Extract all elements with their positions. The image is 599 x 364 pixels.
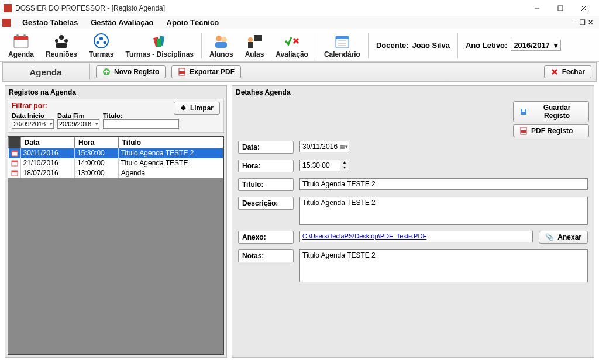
docente-label: Docente: <box>376 41 409 50</box>
toolbar-divider <box>368 33 369 58</box>
table-row[interactable]: 21/10/2016 14:00:00 Titulo Agenda TESTE <box>9 158 223 168</box>
toolbar-reunioes[interactable]: Reuniões <box>41 31 82 60</box>
meeting-icon <box>53 32 70 50</box>
svg-rect-18 <box>157 39 161 47</box>
toolbar-aulas[interactable]: Aulas <box>240 31 269 60</box>
toolbar-divider <box>201 33 202 58</box>
exportar-pdf-button[interactable]: Exportar PDF <box>171 65 241 78</box>
toolbar-divider <box>316 33 316 58</box>
menu-gestao-tabelas[interactable]: Gestão Tabelas <box>20 17 80 28</box>
pdf-registo-button[interactable]: PDF Registo <box>513 124 589 137</box>
docente-value: João Silva <box>412 41 450 50</box>
toolbar-turmas-disciplinas[interactable]: Turmas - Disciplinas <box>121 31 198 60</box>
table-row[interactable]: 30/11/2016 15:30:00 Titulo Agenda TESTE … <box>9 148 223 158</box>
fechar-button[interactable]: Fechar <box>544 65 591 78</box>
svg-rect-22 <box>254 35 262 41</box>
svg-rect-32 <box>179 71 185 74</box>
grid-col-hora[interactable]: Hora <box>75 137 119 148</box>
svg-rect-21 <box>215 42 227 48</box>
mdi-window-controls: – ❐ ✕ <box>574 19 597 26</box>
svg-point-14 <box>97 41 99 44</box>
teacher-icon <box>246 32 263 50</box>
grid-icon-header <box>9 137 21 148</box>
row-icon <box>9 148 21 158</box>
notas-label: Notas: <box>238 249 294 262</box>
titulo-label: Titulo: <box>238 178 294 191</box>
calendar2-icon <box>333 32 351 50</box>
toolbar-turmas[interactable]: Turmas <box>84 31 118 60</box>
cell-data: 21/10/2016 <box>20 158 75 168</box>
agenda-grid: Data Hora Titulo 30/11/2016 15:30:00 Tit… <box>8 136 224 355</box>
descricao-input[interactable] <box>300 197 588 225</box>
svg-rect-24 <box>248 42 253 48</box>
grid-col-titulo[interactable]: Titulo <box>118 137 223 148</box>
close-button[interactable] <box>572 1 595 16</box>
svg-rect-26 <box>336 36 349 39</box>
registos-header: Registos na Agenda <box>5 86 226 99</box>
data-fim-label: Data Fim <box>57 112 99 119</box>
spin-down-icon[interactable]: ▼ <box>340 165 349 171</box>
anexar-button[interactable]: 📎 Anexar <box>539 231 588 244</box>
data-fim-input[interactable] <box>57 119 99 129</box>
svg-rect-1 <box>558 6 563 11</box>
save-icon <box>519 108 528 116</box>
svg-point-13 <box>99 37 103 40</box>
mdi-close-icon[interactable]: ✕ <box>588 19 593 26</box>
page-title: Agenda <box>8 67 84 77</box>
table-row[interactable]: 18/07/2016 13:00:00 Agenda <box>9 168 223 178</box>
app-icon <box>4 4 12 12</box>
svg-rect-11 <box>56 43 67 48</box>
minimize-button[interactable] <box>525 1 549 16</box>
main-toolbar: Agenda Reuniões Turmas Turmas - Discipli… <box>0 29 599 62</box>
svg-point-8 <box>59 35 64 40</box>
menubar: Gestão Tabelas Gestão Avaliação Apoio Té… <box>0 16 599 29</box>
ano-select[interactable]: 2016/2017 ▾ <box>511 40 561 51</box>
hora-input[interactable] <box>300 160 340 171</box>
mdi-minimize-icon[interactable]: – <box>574 19 577 26</box>
pdf-icon <box>178 68 186 76</box>
data-input[interactable] <box>300 141 349 152</box>
spin-up-icon[interactable]: ▲ <box>340 160 349 165</box>
grid-col-data[interactable]: Data <box>20 137 75 148</box>
menu-gestao-avaliacao[interactable]: Gestão Avaliação <box>88 17 156 28</box>
attachment-icon: 📎 <box>545 233 554 241</box>
filter-box: Filtrar por: ❖ Limpar Data Inicio ▾ Data… <box>8 99 224 133</box>
mdi-restore-icon[interactable]: ❐ <box>580 19 586 26</box>
anexo-path[interactable]: C:\Users\TeclaPS\Desktop\PDF_Teste.PDF <box>300 231 533 242</box>
toolbar-alunos[interactable]: Alunos <box>205 31 238 60</box>
novo-registo-button[interactable]: Novo Registo <box>96 65 166 78</box>
cell-hora: 13:00:00 <box>75 168 119 178</box>
ano-letivo-info: Ano Letivo: 2016/2017 ▾ <box>461 40 566 51</box>
window-title: DOSSIER DO PROFESSOR - [Registo Agenda] <box>15 4 525 12</box>
svg-point-19 <box>216 36 222 41</box>
menu-apoio-tecnico[interactable]: Apoio Técnico <box>164 17 222 28</box>
cell-titulo: Titulo Agenda TESTE 2 <box>118 148 223 158</box>
detalhes-header: Detahes Agenda <box>232 86 594 99</box>
svg-point-23 <box>248 37 253 42</box>
toolbar-avaliacao[interactable]: Avaliação <box>271 31 313 60</box>
cell-data: 30/11/2016 <box>20 148 75 158</box>
toolbar-calendario[interactable]: Calendário <box>319 31 365 60</box>
titulo-filter-input[interactable] <box>103 119 179 129</box>
svg-rect-34 <box>12 151 18 152</box>
close-icon <box>550 68 559 76</box>
cell-hora: 14:00:00 <box>75 158 119 168</box>
anexo-label: Anexo: <box>238 231 294 244</box>
data-inicio-label: Data Inicio <box>12 112 54 119</box>
data-label: Data: <box>238 141 294 154</box>
app-icon-small <box>2 19 11 27</box>
pdf-icon <box>519 127 528 135</box>
notas-input[interactable] <box>300 249 588 282</box>
ano-label: Ano Letivo: <box>466 41 508 50</box>
data-inicio-input[interactable] <box>12 119 54 129</box>
titulo-input[interactable] <box>300 178 588 190</box>
svg-rect-42 <box>521 130 526 133</box>
toolbar-agenda[interactable]: Agenda <box>4 31 39 60</box>
descricao-label: Descrição: <box>238 197 294 210</box>
cell-titulo: Agenda <box>118 168 223 178</box>
cell-titulo: Titulo Agenda TESTE <box>118 158 223 168</box>
limpar-button[interactable]: ❖ Limpar <box>174 102 220 115</box>
grid-empty-area <box>8 178 223 355</box>
guardar-registo-button[interactable]: Guardar Registo <box>513 101 589 122</box>
maximize-button[interactable] <box>549 1 572 16</box>
